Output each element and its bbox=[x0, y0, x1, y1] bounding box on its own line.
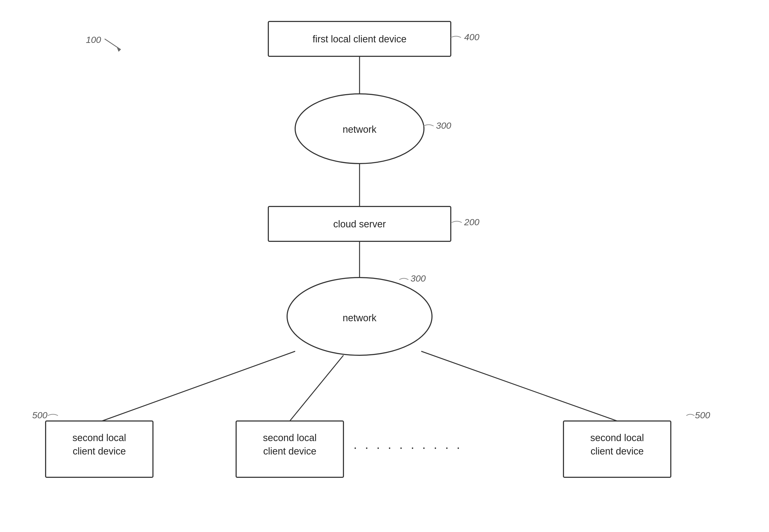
cloud-server-label: cloud server bbox=[333, 219, 386, 230]
second-client-middle-label1: second local bbox=[263, 432, 316, 443]
network-top-ref: 300 bbox=[436, 120, 451, 131]
ellipsis-dots: · · · · · · · · · · bbox=[353, 440, 462, 455]
second-client-left-label1: second local bbox=[72, 432, 126, 443]
line-network-to-client-right bbox=[421, 351, 617, 421]
second-client-left-ref: 500 bbox=[32, 410, 47, 420]
second-client-middle-label2: client device bbox=[263, 446, 316, 457]
svg-marker-1 bbox=[117, 47, 121, 52]
network-top-label: network bbox=[342, 124, 377, 135]
line-network-to-client-middle bbox=[290, 355, 343, 421]
second-client-left-label2: client device bbox=[73, 446, 126, 457]
cloud-server-ref: 200 bbox=[464, 217, 480, 227]
network-bottom-ref: 300 bbox=[411, 273, 426, 283]
diagram-container: 100 first local client device 400 networ… bbox=[0, 0, 769, 532]
second-client-right-ref: 500 bbox=[695, 410, 710, 420]
first-client-label: first local client device bbox=[312, 34, 407, 45]
first-client-ref: 400 bbox=[464, 32, 480, 42]
second-client-right-label1: second local bbox=[590, 432, 644, 443]
line-network-to-client-left bbox=[102, 351, 295, 421]
network-bottom-label: network bbox=[342, 312, 377, 323]
second-client-right-label2: client device bbox=[591, 446, 644, 457]
figure-label: 100 bbox=[86, 35, 101, 45]
